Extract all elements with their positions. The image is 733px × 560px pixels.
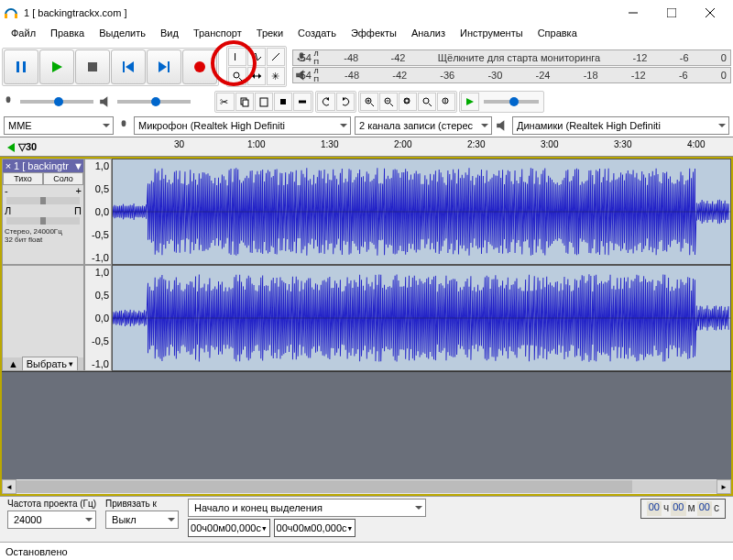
pause-button[interactable] bbox=[4, 49, 38, 84]
menu-edit[interactable]: Правка bbox=[43, 26, 92, 44]
waveform-right[interactable] bbox=[112, 265, 731, 371]
mute-button[interactable]: Тихо bbox=[3, 172, 43, 185]
menu-file[interactable]: Файл bbox=[4, 26, 43, 44]
record-meter[interactable]: ЛП -54 -48 -42 Щёлкните для старта монит… bbox=[292, 49, 731, 66]
fit-selection-icon[interactable] bbox=[399, 93, 417, 111]
svg-text:✳: ✳ bbox=[271, 71, 279, 82]
track-select-dropdown[interactable]: Выбрать ▾ bbox=[22, 357, 78, 371]
maximize-button[interactable] bbox=[652, 0, 691, 26]
svg-marker-11 bbox=[126, 61, 134, 72]
status-text: Остановлено bbox=[5, 546, 68, 557]
meter-message[interactable]: Щёлкните для старта мониторинга bbox=[438, 52, 600, 63]
svg-marker-50 bbox=[497, 120, 504, 131]
menu-effects[interactable]: Эффекты bbox=[344, 26, 404, 44]
skip-start-button[interactable] bbox=[111, 49, 146, 84]
playback-volume-slider[interactable] bbox=[117, 100, 191, 104]
svg-rect-43 bbox=[405, 99, 409, 103]
gain-slider[interactable] bbox=[6, 197, 80, 204]
redo-icon[interactable] bbox=[336, 93, 355, 111]
mic-icon bbox=[2, 95, 15, 108]
menu-view[interactable]: Вид bbox=[153, 26, 186, 44]
device-toolbar: MME Микрофон (Realtek High Definiti 2 ка… bbox=[0, 115, 733, 137]
scroll-left-icon[interactable]: ◄ bbox=[2, 479, 16, 494]
pan-slider[interactable] bbox=[6, 217, 80, 225]
selection-mode-select[interactable]: Начало и конец выделения bbox=[188, 499, 426, 517]
svg-rect-29 bbox=[243, 100, 248, 106]
track-row: ▲ Выбрать ▾ 1,00,50,0-0,5-1,0 bbox=[2, 265, 731, 371]
menu-transport[interactable]: Транспорт bbox=[186, 26, 249, 44]
paste-icon[interactable] bbox=[255, 93, 273, 111]
svg-marker-48 bbox=[466, 98, 474, 105]
menu-help[interactable]: Справка bbox=[531, 26, 585, 44]
svg-rect-30 bbox=[260, 98, 268, 106]
svg-marker-8 bbox=[52, 61, 62, 72]
snap-to-label: Привязать к bbox=[105, 499, 179, 509]
selection-toolbar: Частота проекта (Гц) 24000 Привязать к В… bbox=[0, 496, 733, 542]
play-button[interactable] bbox=[39, 49, 74, 84]
envelope-tool-icon[interactable] bbox=[247, 48, 266, 66]
scroll-right-icon[interactable]: ► bbox=[717, 479, 731, 494]
track-control-panel: × 1 [ backingtr ▼ Тихо Соло -+ ЛП Стерео… bbox=[2, 159, 84, 265]
copy-icon[interactable] bbox=[235, 93, 254, 111]
selection-tool-icon[interactable]: I bbox=[228, 48, 246, 66]
playback-meter[interactable]: ЛП -54 -48 -42 -36 -30 -24 -18 -12 -6 0 bbox=[292, 67, 731, 83]
horizontal-scrollbar[interactable]: ◄ ► bbox=[2, 479, 731, 494]
minimize-button[interactable] bbox=[614, 0, 652, 26]
record-button[interactable] bbox=[182, 49, 217, 84]
collapse-icon[interactable]: ▲ bbox=[8, 358, 18, 369]
solo-button[interactable]: Соло bbox=[43, 172, 83, 185]
svg-line-18 bbox=[239, 78, 242, 81]
timeshift-tool-icon[interactable] bbox=[247, 67, 266, 85]
timeline-ruler[interactable]: ▽30 30 1:00 1:30 2:00 2:30 3:00 3:30 4:0… bbox=[0, 137, 733, 157]
empty-track-area[interactable] bbox=[2, 371, 731, 479]
toolbar-main: I ✳ ЛП -54 -48 -42 Щёлкните для старта м… bbox=[0, 44, 733, 89]
menu-bar: Файл Правка Выделить Вид Транспорт Треки… bbox=[0, 26, 733, 44]
playback-device-select[interactable]: Динамики (Realtek High Definiti bbox=[512, 116, 729, 135]
snap-to-select[interactable]: Выкл bbox=[105, 511, 179, 529]
stop-button[interactable] bbox=[75, 49, 110, 84]
skip-end-button[interactable] bbox=[147, 49, 181, 84]
audio-host-select[interactable]: MME bbox=[4, 116, 114, 135]
zoom-in-icon[interactable] bbox=[360, 93, 378, 111]
status-bar: Остановлено bbox=[0, 542, 733, 560]
svg-rect-7 bbox=[23, 61, 26, 72]
menu-tracks[interactable]: Треки bbox=[249, 26, 290, 44]
zoom-tool-icon[interactable] bbox=[228, 67, 246, 85]
menu-analyze[interactable]: Анализ bbox=[404, 26, 453, 44]
play-speed-slider[interactable] bbox=[484, 100, 539, 104]
menu-tools[interactable]: Инструменты bbox=[453, 26, 531, 44]
zoom-toggle-icon[interactable] bbox=[437, 93, 455, 111]
pin-label: ▽30 bbox=[18, 141, 37, 153]
silence-icon[interactable] bbox=[293, 93, 312, 111]
svg-point-17 bbox=[234, 72, 239, 78]
project-rate-label: Частота проекта (Гц) bbox=[7, 499, 96, 509]
svg-marker-26 bbox=[100, 96, 107, 107]
draw-tool-icon[interactable] bbox=[267, 48, 285, 66]
undo-icon[interactable] bbox=[317, 93, 335, 111]
track-name[interactable]: 1 [ backingtr bbox=[14, 160, 73, 171]
record-volume-slider[interactable] bbox=[20, 100, 93, 104]
menu-select[interactable]: Выделить bbox=[92, 26, 153, 44]
project-rate-select[interactable]: 24000 bbox=[7, 511, 96, 529]
svg-point-14 bbox=[194, 61, 205, 72]
track-close-icon[interactable]: × bbox=[3, 160, 14, 171]
zoom-out-icon[interactable] bbox=[379, 93, 398, 111]
cut-icon[interactable]: ✂ bbox=[216, 93, 235, 111]
close-button[interactable] bbox=[691, 0, 729, 26]
record-channels-select[interactable]: 2 канала записи (стерес bbox=[355, 116, 492, 135]
record-device-select[interactable]: Микрофон (Realtek High Definiti bbox=[134, 116, 351, 135]
selection-start-input[interactable]: 00ч00м00,000с▾ bbox=[188, 519, 270, 537]
menu-generate[interactable]: Создать bbox=[290, 26, 344, 44]
trim-icon[interactable] bbox=[274, 93, 292, 111]
waveform-left[interactable] bbox=[112, 159, 731, 265]
track-menu-icon[interactable]: ▼ bbox=[73, 160, 83, 171]
multi-tool-icon[interactable]: ✳ bbox=[267, 67, 285, 85]
play-at-speed-icon[interactable] bbox=[461, 93, 479, 111]
fit-project-icon[interactable] bbox=[418, 93, 436, 111]
selection-end-input[interactable]: 00ч00м00,000с▾ bbox=[274, 519, 356, 537]
scroll-thumb[interactable] bbox=[16, 480, 632, 493]
svg-rect-0 bbox=[5, 14, 7, 18]
svg-point-44 bbox=[423, 98, 429, 104]
svg-marker-51 bbox=[7, 143, 15, 152]
audio-position-display[interactable]: 00ч 00м 00с bbox=[640, 499, 726, 519]
